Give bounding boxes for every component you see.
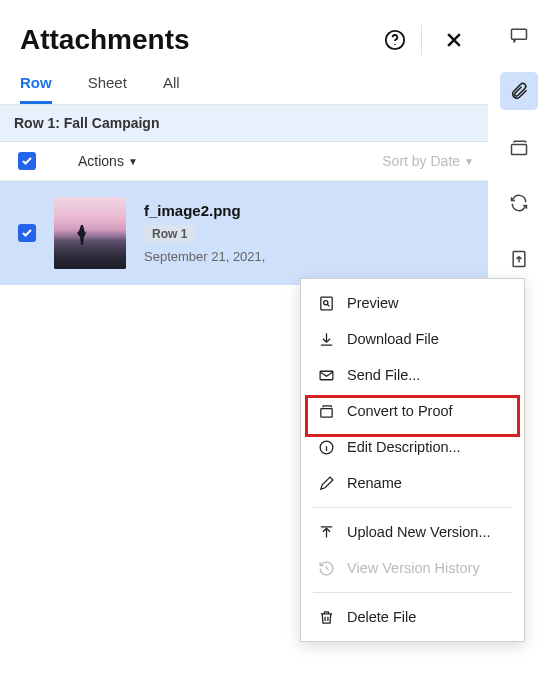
- menu-delete[interactable]: Delete File: [301, 599, 524, 635]
- download-icon: [317, 330, 335, 348]
- svg-rect-8: [512, 145, 527, 155]
- attachment-checkbox[interactable]: [18, 224, 36, 242]
- attachment-row-badge: Row 1: [144, 225, 195, 243]
- upload-icon: [317, 523, 335, 541]
- rail-proofs-button[interactable]: [500, 128, 538, 166]
- menu-label: Send File...: [347, 367, 420, 383]
- close-button[interactable]: [440, 26, 468, 54]
- history-icon: [317, 559, 335, 577]
- menu-label: Rename: [347, 475, 402, 491]
- menu-send[interactable]: Send File...: [301, 357, 524, 393]
- actions-label: Actions: [78, 153, 124, 169]
- attachment-row[interactable]: f_image2.png Row 1 September 21, 2021,: [0, 181, 488, 285]
- header-separator: [421, 25, 422, 55]
- preview-icon: [317, 294, 335, 312]
- menu-separator: [313, 592, 512, 593]
- menu-label: Convert to Proof: [347, 403, 453, 419]
- menu-preview[interactable]: Preview: [301, 285, 524, 321]
- attachment-filename: f_image2.png: [144, 202, 265, 219]
- panel-title: Attachments: [20, 24, 375, 56]
- sort-dropdown[interactable]: Sort by Date ▼: [382, 153, 474, 169]
- svg-rect-5: [320, 408, 331, 417]
- attachment-thumbnail[interactable]: [54, 197, 126, 269]
- rail-refresh-button[interactable]: [500, 184, 538, 222]
- tab-all[interactable]: All: [163, 74, 180, 104]
- row-header: Row 1: Fall Campaign: [0, 105, 488, 142]
- svg-rect-2: [320, 297, 331, 310]
- check-icon: [21, 155, 33, 167]
- menu-label: Upload New Version...: [347, 524, 490, 540]
- pencil-icon: [317, 474, 335, 492]
- menu-upload-new-version[interactable]: Upload New Version...: [301, 514, 524, 550]
- rail-comments-button[interactable]: [500, 16, 538, 54]
- export-icon: [509, 249, 529, 269]
- menu-label: Edit Description...: [347, 439, 461, 455]
- attachment-icon: [509, 81, 529, 101]
- caret-down-icon: ▼: [128, 156, 138, 167]
- tab-sheet[interactable]: Sheet: [88, 74, 127, 104]
- help-button[interactable]: [381, 26, 409, 54]
- proof-icon: [317, 402, 335, 420]
- select-all-checkbox[interactable]: [18, 152, 36, 170]
- menu-convert-to-proof[interactable]: Convert to Proof: [301, 393, 524, 429]
- menu-edit-description[interactable]: Edit Description...: [301, 429, 524, 465]
- svg-point-1: [394, 44, 395, 45]
- proof-icon: [509, 137, 529, 157]
- caret-down-icon: ▼: [464, 156, 474, 167]
- menu-separator: [313, 507, 512, 508]
- close-icon: [444, 30, 464, 50]
- help-icon: [384, 29, 406, 51]
- tab-row[interactable]: Row: [20, 74, 52, 104]
- context-menu: Preview Download File Send File... Conve…: [300, 278, 525, 642]
- menu-label: View Version History: [347, 560, 480, 576]
- svg-rect-7: [512, 29, 527, 39]
- trash-icon: [317, 608, 335, 626]
- attachment-date: September 21, 2021,: [144, 249, 265, 264]
- menu-label: Delete File: [347, 609, 416, 625]
- sort-label: Sort by Date: [382, 153, 460, 169]
- refresh-icon: [509, 193, 529, 213]
- rail-attachments-button[interactable]: [500, 72, 538, 110]
- comment-icon: [509, 25, 529, 45]
- info-icon: [317, 438, 335, 456]
- menu-download[interactable]: Download File: [301, 321, 524, 357]
- rail-export-button[interactable]: [500, 240, 538, 278]
- check-icon: [21, 227, 33, 239]
- menu-label: Download File: [347, 331, 439, 347]
- menu-version-history: View Version History: [301, 550, 524, 586]
- menu-label: Preview: [347, 295, 399, 311]
- envelope-icon: [317, 366, 335, 384]
- menu-rename[interactable]: Rename: [301, 465, 524, 501]
- actions-dropdown[interactable]: Actions ▼: [78, 153, 138, 169]
